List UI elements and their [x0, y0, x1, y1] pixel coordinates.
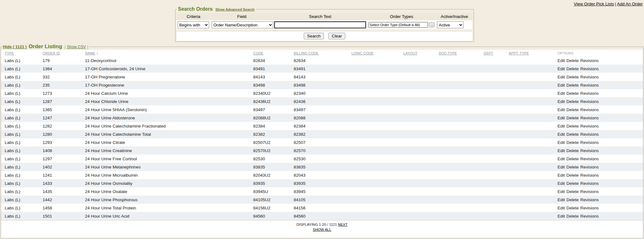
- order-table-row[interactable]: Labs (L) 1458 24 Hour Urine Total Protei…: [1, 204, 643, 212]
- search-text-input[interactable]: [274, 21, 366, 28]
- row-option-delete[interactable]: Delete: [566, 124, 579, 128]
- order-table-row[interactable]: Labs (L) 332 17-OH Pregnenalone 84143 84…: [1, 73, 643, 81]
- row-option-revisions[interactable]: Revisions: [580, 58, 599, 63]
- order-table-row[interactable]: Labs (L) 1241 24 Hour Urine Microalbumin…: [1, 171, 643, 179]
- row-option-revisions[interactable]: Revisions: [580, 124, 599, 128]
- row-option-delete[interactable]: Delete: [566, 83, 579, 88]
- order-table-row[interactable]: Labs (L) 1280 24 Hour Urine Catecholamin…: [1, 130, 643, 138]
- row-option-delete[interactable]: Delete: [566, 66, 579, 71]
- row-option-delete[interactable]: Delete: [566, 75, 579, 79]
- field-select[interactable]: Order Name/Description: [212, 21, 273, 28]
- order-table-row[interactable]: Labs (L) 1364 17-OH Corticosteroids, 24 …: [1, 65, 643, 73]
- row-option-revisions[interactable]: Revisions: [580, 206, 599, 210]
- row-option-edit[interactable]: Edit: [558, 58, 565, 63]
- row-option-delete[interactable]: Delete: [566, 165, 579, 169]
- order-type-value-box[interactable]: Select Order Type (Default is All): [369, 22, 428, 28]
- row-option-revisions[interactable]: Revisions: [580, 116, 599, 120]
- order-table-row[interactable]: Labs (L) 179 11-Deoxycortisol 82634 8263…: [1, 56, 643, 65]
- row-option-edit[interactable]: Edit: [558, 107, 565, 112]
- order-table-row[interactable]: Labs (L) 1293 24 Hour Urine Citrate 8250…: [1, 138, 643, 146]
- row-option-edit[interactable]: Edit: [558, 124, 565, 128]
- row-option-revisions[interactable]: Revisions: [580, 107, 599, 112]
- active-inactive-select[interactable]: Active: [437, 21, 464, 28]
- row-option-revisions[interactable]: Revisions: [580, 91, 599, 96]
- row-option-delete[interactable]: Delete: [566, 116, 579, 120]
- row-option-delete[interactable]: Delete: [566, 189, 579, 194]
- order-table-row[interactable]: Labs (L) 1365 24 Hour Urine 5HIAA (Serot…: [1, 105, 643, 114]
- column-header-layout[interactable]: LAYOUT: [403, 51, 417, 55]
- row-option-delete[interactable]: Delete: [566, 156, 579, 161]
- row-option-revisions[interactable]: Revisions: [580, 75, 599, 79]
- row-option-edit[interactable]: Edit: [558, 206, 565, 210]
- row-option-edit[interactable]: Edit: [558, 156, 565, 161]
- row-option-revisions[interactable]: Revisions: [580, 173, 599, 178]
- row-option-edit[interactable]: Edit: [558, 148, 565, 153]
- order-type-browse-button[interactable]: ...: [429, 22, 435, 27]
- row-option-edit[interactable]: Edit: [558, 189, 565, 194]
- row-option-delete[interactable]: Delete: [566, 132, 579, 137]
- column-header-code[interactable]: CODE: [253, 51, 264, 55]
- row-option-edit[interactable]: Edit: [558, 83, 565, 88]
- row-option-delete[interactable]: Delete: [566, 197, 579, 202]
- row-option-edit[interactable]: Edit: [558, 132, 565, 137]
- column-header-doc-type[interactable]: DOC TYPE: [439, 51, 457, 55]
- row-option-revisions[interactable]: Revisions: [580, 132, 599, 137]
- row-option-revisions[interactable]: Revisions: [580, 148, 599, 153]
- row-option-revisions[interactable]: Revisions: [580, 156, 599, 161]
- column-header-dept[interactable]: DEPT: [484, 51, 493, 55]
- clear-button[interactable]: Clear: [328, 33, 345, 39]
- order-table-row[interactable]: Labs (L) 1435 24 Hour Urine Oxalate 8394…: [1, 187, 643, 196]
- order-table-row[interactable]: Labs (L) 1442 24 Hour Urine Phosphorous …: [1, 196, 643, 204]
- row-option-revisions[interactable]: Revisions: [580, 197, 599, 202]
- column-header-type[interactable]: TYPE: [5, 51, 14, 55]
- row-option-revisions[interactable]: Revisions: [580, 165, 599, 169]
- row-option-revisions[interactable]: Revisions: [580, 189, 599, 194]
- row-option-revisions[interactable]: Revisions: [580, 140, 599, 145]
- order-table-row[interactable]: Labs (L) 1433 24 Hour Urine Osmolality 8…: [1, 179, 643, 187]
- order-table-row[interactable]: Labs (L) 1402 24 Hour Urine Metanephrine…: [1, 163, 643, 171]
- search-button[interactable]: Search: [304, 33, 324, 39]
- row-option-delete[interactable]: Delete: [566, 181, 579, 186]
- show-all-link[interactable]: SHOW ALL: [313, 228, 331, 231]
- row-option-edit[interactable]: Edit: [558, 181, 565, 186]
- row-option-edit[interactable]: Edit: [558, 116, 565, 120]
- row-option-revisions[interactable]: Revisions: [580, 181, 599, 186]
- row-option-delete[interactable]: Delete: [566, 148, 579, 153]
- row-option-edit[interactable]: Edit: [558, 91, 565, 96]
- order-table-row[interactable]: Labs (L) 1501 24 Hour Urine Uric Acid 84…: [1, 212, 643, 220]
- row-option-delete[interactable]: Delete: [566, 173, 579, 178]
- row-option-delete[interactable]: Delete: [566, 206, 579, 210]
- order-table-row[interactable]: Labs (L) 1273 24 Hour Calcium Urine 8234…: [1, 89, 643, 97]
- order-table-row[interactable]: Labs (L) 235 17-OH Progesterone 83498 83…: [1, 81, 643, 89]
- row-option-revisions[interactable]: Revisions: [580, 83, 599, 88]
- row-option-edit[interactable]: Edit: [558, 197, 565, 202]
- order-table-row[interactable]: Labs (L) 1408 24 Hour Urine Creatinine 8…: [1, 146, 643, 155]
- view-order-pick-lists-link[interactable]: View Order Pick Lists: [574, 2, 614, 6]
- criteria-select[interactable]: Begins with: [178, 21, 209, 28]
- row-option-edit[interactable]: Edit: [558, 173, 565, 178]
- column-header-name[interactable]: NAME: [85, 51, 95, 55]
- row-option-delete[interactable]: Delete: [566, 58, 579, 63]
- row-option-delete[interactable]: Delete: [566, 214, 579, 219]
- row-option-revisions[interactable]: Revisions: [580, 99, 599, 104]
- next-page-link[interactable]: NEXT: [338, 223, 348, 226]
- order-table-row[interactable]: Labs (L) 1297 24 Hour Urine Free Cortiso…: [1, 155, 643, 163]
- row-option-edit[interactable]: Edit: [558, 140, 565, 145]
- row-option-revisions[interactable]: Revisions: [580, 214, 599, 219]
- order-table-row[interactable]: Labs (L) 1282 24 Hour Urine Catecholamin…: [1, 122, 643, 130]
- column-header-loinc-code[interactable]: LOINC CODE: [352, 51, 374, 55]
- order-table-row[interactable]: Labs (L) 1287 24 Hour Chloride Urine 824…: [1, 97, 643, 105]
- row-option-edit[interactable]: Edit: [558, 99, 565, 104]
- row-option-revisions[interactable]: Revisions: [580, 66, 599, 71]
- row-option-delete[interactable]: Delete: [566, 107, 579, 112]
- row-option-edit[interactable]: Edit: [558, 75, 565, 79]
- row-option-edit[interactable]: Edit: [558, 214, 565, 219]
- column-header-billing-code[interactable]: BILLING CODE: [294, 51, 319, 55]
- hide-listing-link[interactable]: Hide ( 1121 ): [3, 44, 27, 49]
- row-option-delete[interactable]: Delete: [566, 91, 579, 96]
- row-option-delete[interactable]: Delete: [566, 99, 579, 104]
- row-option-delete[interactable]: Delete: [566, 140, 579, 145]
- order-table-row[interactable]: Labs (L) 1247 24 Hour Urine Aldosterone …: [1, 114, 643, 122]
- show-csv-link[interactable]: Show CSV: [67, 45, 86, 49]
- column-header-appt-type[interactable]: APPT. TYPE: [509, 51, 529, 55]
